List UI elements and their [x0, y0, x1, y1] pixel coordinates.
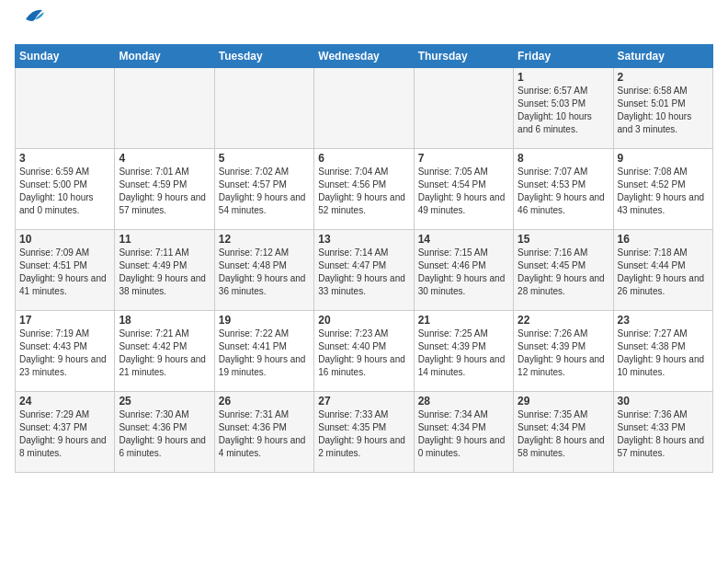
calendar-week-row: 10Sunrise: 7:09 AM Sunset: 4:51 PM Dayli… — [16, 230, 713, 311]
calendar-day-cell — [115, 68, 214, 149]
day-info: Sunrise: 7:30 AM Sunset: 4:36 PM Dayligh… — [119, 408, 210, 460]
calendar-day-cell: 4Sunrise: 7:01 AM Sunset: 4:59 PM Daylig… — [115, 149, 214, 230]
day-info: Sunrise: 7:14 AM Sunset: 4:47 PM Dayligh… — [318, 247, 409, 298]
day-number: 1 — [518, 71, 609, 84]
day-info: Sunrise: 7:23 AM Sunset: 4:40 PM Dayligh… — [318, 327, 409, 379]
day-number: 7 — [418, 152, 509, 165]
day-info: Sunrise: 7:05 AM Sunset: 4:54 PM Dayligh… — [418, 166, 509, 217]
day-info: Sunrise: 7:04 AM Sunset: 4:56 PM Dayligh… — [318, 166, 409, 217]
calendar-day-cell: 11Sunrise: 7:11 AM Sunset: 4:49 PM Dayli… — [115, 230, 214, 311]
day-info: Sunrise: 7:21 AM Sunset: 4:42 PM Dayligh… — [119, 327, 210, 379]
calendar-day-cell: 27Sunrise: 7:33 AM Sunset: 4:35 PM Dayli… — [314, 392, 414, 473]
calendar-day-cell: 6Sunrise: 7:04 AM Sunset: 4:56 PM Daylig… — [314, 149, 414, 230]
weekday-header-tuesday: Tuesday — [214, 45, 313, 68]
calendar-day-cell: 7Sunrise: 7:05 AM Sunset: 4:54 PM Daylig… — [414, 149, 513, 230]
logo-bird-icon — [17, 6, 44, 32]
calendar-day-cell: 25Sunrise: 7:30 AM Sunset: 4:36 PM Dayli… — [115, 392, 214, 473]
day-number: 18 — [119, 314, 210, 327]
day-number: 5 — [219, 152, 310, 165]
day-info: Sunrise: 7:36 AM Sunset: 4:33 PM Dayligh… — [618, 408, 709, 460]
day-number: 25 — [119, 395, 210, 408]
day-number: 14 — [418, 233, 509, 246]
day-number: 4 — [119, 152, 210, 165]
day-info: Sunrise: 7:33 AM Sunset: 4:35 PM Dayligh… — [318, 408, 409, 460]
day-number: 20 — [318, 314, 409, 327]
day-number: 17 — [19, 314, 110, 327]
calendar-day-cell — [414, 68, 513, 149]
day-number: 9 — [618, 152, 709, 165]
day-number: 6 — [318, 152, 409, 165]
calendar-day-cell — [16, 68, 115, 149]
calendar-day-cell: 21Sunrise: 7:25 AM Sunset: 4:39 PM Dayli… — [414, 311, 513, 392]
calendar-day-cell: 12Sunrise: 7:12 AM Sunset: 4:48 PM Dayli… — [214, 230, 313, 311]
weekday-header-monday: Monday — [115, 45, 214, 68]
day-info: Sunrise: 7:34 AM Sunset: 4:34 PM Dayligh… — [418, 408, 509, 460]
page-header — [15, 15, 713, 37]
calendar-day-cell: 30Sunrise: 7:36 AM Sunset: 4:33 PM Dayli… — [613, 392, 712, 473]
calendar-day-cell: 2Sunrise: 6:58 AM Sunset: 5:01 PM Daylig… — [613, 68, 712, 149]
day-number: 21 — [418, 314, 509, 327]
calendar-day-cell: 29Sunrise: 7:35 AM Sunset: 4:34 PM Dayli… — [514, 392, 613, 473]
day-number: 29 — [518, 395, 609, 408]
day-info: Sunrise: 7:22 AM Sunset: 4:41 PM Dayligh… — [219, 327, 310, 379]
calendar-day-cell — [214, 68, 313, 149]
day-info: Sunrise: 7:27 AM Sunset: 4:38 PM Dayligh… — [618, 327, 709, 379]
day-number: 10 — [19, 233, 110, 246]
day-info: Sunrise: 7:09 AM Sunset: 4:51 PM Dayligh… — [19, 247, 110, 298]
calendar-day-cell: 28Sunrise: 7:34 AM Sunset: 4:34 PM Dayli… — [414, 392, 513, 473]
calendar-week-row: 3Sunrise: 6:59 AM Sunset: 5:00 PM Daylig… — [16, 149, 713, 230]
day-info: Sunrise: 7:16 AM Sunset: 4:45 PM Dayligh… — [518, 247, 609, 298]
day-info: Sunrise: 7:25 AM Sunset: 4:39 PM Dayligh… — [418, 327, 509, 379]
day-number: 13 — [318, 233, 409, 246]
day-number: 11 — [119, 233, 210, 246]
day-info: Sunrise: 6:58 AM Sunset: 5:01 PM Dayligh… — [618, 85, 709, 136]
weekday-header-wednesday: Wednesday — [314, 45, 414, 68]
calendar-day-cell: 1Sunrise: 6:57 AM Sunset: 5:03 PM Daylig… — [514, 68, 613, 149]
day-info: Sunrise: 7:11 AM Sunset: 4:49 PM Dayligh… — [119, 247, 210, 298]
calendar-day-cell: 18Sunrise: 7:21 AM Sunset: 4:42 PM Dayli… — [115, 311, 214, 392]
day-number: 19 — [219, 314, 310, 327]
weekday-header-thursday: Thursday — [414, 45, 513, 68]
calendar-body: 1Sunrise: 6:57 AM Sunset: 5:03 PM Daylig… — [16, 68, 713, 473]
day-number: 26 — [219, 395, 310, 408]
calendar-day-cell: 3Sunrise: 6:59 AM Sunset: 5:00 PM Daylig… — [16, 149, 115, 230]
calendar-header: SundayMondayTuesdayWednesdayThursdayFrid… — [16, 45, 713, 68]
day-info: Sunrise: 7:12 AM Sunset: 4:48 PM Dayligh… — [219, 247, 310, 298]
weekday-header-saturday: Saturday — [613, 45, 712, 68]
day-info: Sunrise: 7:29 AM Sunset: 4:37 PM Dayligh… — [19, 408, 110, 460]
day-number: 22 — [518, 314, 609, 327]
day-number: 30 — [618, 395, 709, 408]
calendar-day-cell: 16Sunrise: 7:18 AM Sunset: 4:44 PM Dayli… — [613, 230, 712, 311]
calendar-week-row: 24Sunrise: 7:29 AM Sunset: 4:37 PM Dayli… — [16, 392, 713, 473]
calendar-day-cell: 17Sunrise: 7:19 AM Sunset: 4:43 PM Dayli… — [16, 311, 115, 392]
calendar-day-cell: 20Sunrise: 7:23 AM Sunset: 4:40 PM Dayli… — [314, 311, 414, 392]
calendar-day-cell: 15Sunrise: 7:16 AM Sunset: 4:45 PM Dayli… — [514, 230, 613, 311]
day-info: Sunrise: 7:07 AM Sunset: 4:53 PM Dayligh… — [518, 166, 609, 217]
day-info: Sunrise: 7:15 AM Sunset: 4:46 PM Dayligh… — [418, 247, 509, 298]
calendar-day-cell: 19Sunrise: 7:22 AM Sunset: 4:41 PM Dayli… — [214, 311, 313, 392]
calendar-day-cell: 22Sunrise: 7:26 AM Sunset: 4:39 PM Dayli… — [514, 311, 613, 392]
calendar-day-cell — [314, 68, 414, 149]
day-number: 8 — [518, 152, 609, 165]
logo — [15, 15, 44, 37]
day-number: 15 — [518, 233, 609, 246]
day-info: Sunrise: 7:18 AM Sunset: 4:44 PM Dayligh… — [618, 247, 709, 298]
weekday-header-row: SundayMondayTuesdayWednesdayThursdayFrid… — [16, 45, 713, 68]
day-info: Sunrise: 7:19 AM Sunset: 4:43 PM Dayligh… — [19, 327, 110, 379]
calendar-day-cell: 8Sunrise: 7:07 AM Sunset: 4:53 PM Daylig… — [514, 149, 613, 230]
day-number: 2 — [618, 71, 709, 84]
day-number: 24 — [19, 395, 110, 408]
day-number: 28 — [418, 395, 509, 408]
day-number: 12 — [219, 233, 310, 246]
weekday-header-sunday: Sunday — [16, 45, 115, 68]
day-info: Sunrise: 6:59 AM Sunset: 5:00 PM Dayligh… — [19, 166, 110, 217]
day-number: 23 — [618, 314, 709, 327]
calendar-day-cell: 13Sunrise: 7:14 AM Sunset: 4:47 PM Dayli… — [314, 230, 414, 311]
calendar-day-cell: 10Sunrise: 7:09 AM Sunset: 4:51 PM Dayli… — [16, 230, 115, 311]
calendar-table: SundayMondayTuesdayWednesdayThursdayFrid… — [15, 44, 713, 473]
calendar-day-cell: 9Sunrise: 7:08 AM Sunset: 4:52 PM Daylig… — [613, 149, 712, 230]
calendar-day-cell: 23Sunrise: 7:27 AM Sunset: 4:38 PM Dayli… — [613, 311, 712, 392]
calendar-day-cell: 14Sunrise: 7:15 AM Sunset: 4:46 PM Dayli… — [414, 230, 513, 311]
calendar-week-row: 1Sunrise: 6:57 AM Sunset: 5:03 PM Daylig… — [16, 68, 713, 149]
day-info: Sunrise: 7:01 AM Sunset: 4:59 PM Dayligh… — [119, 166, 210, 217]
